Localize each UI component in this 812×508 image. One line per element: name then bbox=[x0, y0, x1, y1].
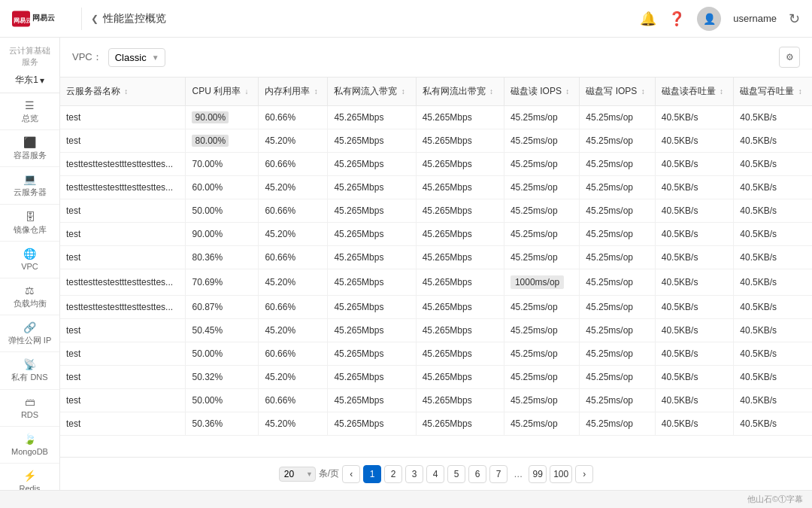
page-1-button[interactable]: 1 bbox=[363, 465, 381, 483]
table-row: test 50.36% 45.20% 45.265Mbps 45.265Mbps… bbox=[60, 412, 812, 436]
sidebar-item-label: 负载均衡 bbox=[14, 299, 47, 309]
sidebar-item-private-dns[interactable]: 📡 私有 DNS bbox=[0, 352, 59, 389]
page-2-button[interactable]: 2 bbox=[384, 465, 402, 483]
sidebar-item-mongodb[interactable]: 🍃 MongoDB bbox=[0, 427, 59, 464]
col-memory[interactable]: 内存利用率 ↕ bbox=[259, 78, 328, 106]
col-net-in[interactable]: 私有网流入带宽 ↕ bbox=[328, 78, 416, 106]
cpu-value: 50.00% bbox=[192, 395, 223, 406]
col-disk-write-throughput[interactable]: 磁盘写吞吐量 ↕ bbox=[734, 78, 812, 106]
cell-disk-write-throughput: 40.5KB/s bbox=[734, 223, 812, 246]
svg-text:网易云: 网易云 bbox=[14, 17, 32, 23]
sidebar-item-vm[interactable]: 💻 云服务器 bbox=[0, 167, 59, 204]
cell-memory: 45.20% bbox=[259, 269, 328, 296]
cell-net-in: 45.265Mbps bbox=[328, 129, 416, 153]
settings-button[interactable]: ⚙ bbox=[779, 47, 800, 68]
page-4-button[interactable]: 4 bbox=[426, 465, 444, 483]
sidebar-item-rds[interactable]: 🗃 RDS bbox=[0, 390, 59, 427]
sidebar-item-lb[interactable]: ⚖ 负载均衡 bbox=[0, 278, 59, 315]
cell-cpu: 50.32% bbox=[186, 366, 259, 389]
disk-read-iops-value: 45.25ms/op bbox=[511, 372, 558, 382]
cell-memory: 60.66% bbox=[259, 296, 328, 319]
sidebar-item-label: 容器服务 bbox=[14, 151, 47, 160]
vpc-select-wrap[interactable]: Classic VPC1 VPC2 bbox=[108, 48, 165, 67]
vpc-right: ⚙ bbox=[779, 47, 800, 68]
cell-cpu: 90.00% bbox=[186, 223, 259, 246]
cpu-value: 50.36% bbox=[192, 418, 223, 429]
cell-disk-read-iops: 45.25ms/op bbox=[504, 366, 579, 389]
sidebar-item-vpc[interactable]: 🌐 VPC bbox=[0, 242, 59, 278]
cell-name: testtesttestestttesttesttes... bbox=[60, 296, 186, 319]
settings-icon: ⚙ bbox=[786, 52, 794, 62]
col-name[interactable]: 云服务器名称 ↕ bbox=[60, 78, 186, 106]
cell-disk-write-iops: 45.25ms/op bbox=[580, 176, 655, 199]
cell-disk-read-iops: 45.25ms/op bbox=[504, 129, 579, 153]
cell-net-out: 45.265Mbps bbox=[416, 389, 504, 412]
username-label[interactable]: username bbox=[733, 13, 777, 24]
sidebar-item-redis[interactable]: ⚡ Redis bbox=[0, 464, 59, 490]
cell-memory: 60.66% bbox=[259, 389, 328, 412]
cell-memory: 45.20% bbox=[259, 223, 328, 246]
top-header: 网易云 网易云 ❮ 性能监控概览 🔔 ❓ 👤 username ↻ bbox=[0, 0, 812, 38]
disk-read-iops-value: 45.25ms/op bbox=[511, 159, 558, 169]
page-5-button[interactable]: 5 bbox=[447, 465, 465, 483]
cell-disk-write-throughput: 40.5KB/s bbox=[734, 176, 812, 199]
sidebar-item-label: MongoDB bbox=[11, 447, 48, 457]
cell-net-out: 45.265Mbps bbox=[416, 319, 504, 342]
cell-disk-read-throughput: 40.5KB/s bbox=[655, 389, 734, 412]
cell-disk-write-iops: 45.25ms/op bbox=[580, 246, 655, 269]
sidebar-item-image-repo[interactable]: 🗄 镜像仓库 bbox=[0, 205, 59, 242]
cell-memory: 45.20% bbox=[259, 412, 328, 436]
cell-name: test bbox=[60, 319, 186, 342]
back-button[interactable]: ❮ 性能监控概览 bbox=[91, 12, 166, 26]
col-disk-read-throughput[interactable]: 磁盘读吞吐量 ↕ bbox=[655, 78, 734, 106]
vpc-bar: VPC： Classic VPC1 VPC2 ⚙ bbox=[60, 38, 812, 78]
cpu-value: 60.87% bbox=[192, 302, 223, 312]
cell-disk-read-throughput: 40.5KB/s bbox=[655, 246, 734, 269]
bell-icon[interactable]: 🔔 bbox=[640, 11, 656, 27]
sidebar-item-label: 云服务器 bbox=[14, 187, 47, 197]
overview-icon: ☰ bbox=[25, 99, 35, 111]
col-net-out[interactable]: 私有网流出带宽 ↕ bbox=[416, 78, 504, 106]
page-size-wrap[interactable]: 20 50 100 bbox=[279, 467, 316, 482]
cell-disk-read-iops: 45.25ms/op bbox=[504, 223, 579, 246]
page-100-button[interactable]: 100 bbox=[550, 465, 572, 483]
region-selector[interactable]: 华东1 ▾ bbox=[0, 71, 59, 93]
cell-memory: 45.20% bbox=[259, 176, 328, 199]
table-row: test 50.00% 60.66% 45.265Mbps 45.265Mbps… bbox=[60, 389, 812, 412]
col-disk-read-iops[interactable]: 磁盘读 IOPS ↕ bbox=[504, 78, 579, 106]
cell-cpu: 60.87% bbox=[186, 296, 259, 319]
prev-page-button[interactable]: ‹ bbox=[342, 465, 360, 483]
disk-read-iops-value: 45.25ms/op bbox=[511, 395, 558, 406]
page-6-button[interactable]: 6 bbox=[468, 465, 486, 483]
page-3-button[interactable]: 3 bbox=[405, 465, 423, 483]
cell-net-out: 45.265Mbps bbox=[416, 269, 504, 296]
cell-cpu: 60.00% bbox=[186, 176, 259, 199]
region-label: 华东1 bbox=[15, 74, 38, 87]
cell-disk-read-throughput: 40.5KB/s bbox=[655, 223, 734, 246]
cell-cpu: 70.00% bbox=[186, 153, 259, 176]
cell-disk-write-iops: 45.25ms/op bbox=[580, 153, 655, 176]
cell-memory: 60.66% bbox=[259, 153, 328, 176]
page-7-button[interactable]: 7 bbox=[489, 465, 508, 483]
sidebar-item-container[interactable]: ⬛ 容器服务 bbox=[0, 130, 59, 167]
cell-disk-write-iops: 45.25ms/op bbox=[580, 269, 655, 296]
vpc-select[interactable]: Classic VPC1 VPC2 bbox=[108, 48, 165, 67]
cell-net-in: 45.265Mbps bbox=[328, 412, 416, 436]
col-cpu[interactable]: CPU 利用率 ↓ bbox=[186, 78, 259, 106]
sidebar-item-eip[interactable]: 🔗 弹性公网 IP bbox=[0, 315, 59, 352]
col-disk-write-iops[interactable]: 磁盘写 IOPS ↕ bbox=[580, 78, 655, 106]
footer-text: 他山石©①字幕 bbox=[747, 494, 803, 505]
page-size-select[interactable]: 20 50 100 bbox=[279, 467, 316, 482]
refresh-icon[interactable]: ↻ bbox=[789, 11, 800, 27]
content-area: VPC： Classic VPC1 VPC2 ⚙ 云服务器名称 ↕ bbox=[60, 38, 812, 490]
vm-icon: 💻 bbox=[23, 173, 36, 185]
page-99-button[interactable]: 99 bbox=[529, 465, 547, 483]
next-page-button[interactable]: › bbox=[575, 465, 593, 483]
cell-disk-write-iops: 45.25ms/op bbox=[580, 223, 655, 246]
sidebar-item-overview[interactable]: ☰ 总览 bbox=[0, 93, 59, 130]
cell-net-in: 45.265Mbps bbox=[328, 269, 416, 296]
cell-name: testtesttestestttesttesttes... bbox=[60, 153, 186, 176]
back-icon: ❮ bbox=[91, 14, 98, 24]
cpu-value: 50.45% bbox=[192, 325, 223, 336]
help-icon[interactable]: ❓ bbox=[668, 11, 685, 27]
